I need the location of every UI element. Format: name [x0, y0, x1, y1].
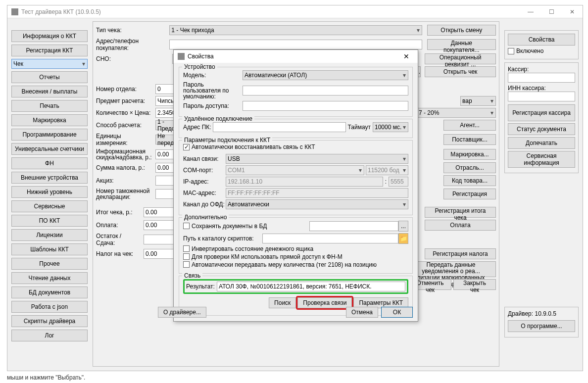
summa-naloga-label: Сумма налога, р.: — [96, 164, 153, 171]
nav-item-12[interactable]: Сервисные — [11, 200, 88, 212]
dialog-icon — [178, 53, 185, 60]
baud-select: 115200 бод — [366, 165, 408, 175]
goods-code-button[interactable]: Код товара... — [443, 175, 496, 186]
check-connection-button[interactable]: Проверка связи — [297, 297, 352, 308]
oplata-label: Оплата: — [96, 222, 142, 229]
buyer-data-button[interactable]: Данные покупателя... — [427, 39, 496, 50]
marking-button[interactable]: Маркировка... — [443, 149, 496, 160]
sposob-label: Способ расчета: — [96, 122, 153, 129]
ofd-select[interactable]: Автоматически — [226, 199, 408, 209]
nav-item-2[interactable]: Чек — [11, 59, 88, 69]
reg-nalog-button[interactable]: Регистрация налога — [425, 248, 496, 259]
com-select: COM1 — [226, 165, 364, 175]
ip-label: IP-адрес: — [183, 178, 226, 185]
open-smena-button[interactable]: Открыть смену — [427, 25, 496, 36]
close-check-button[interactable]: Закрыть чек — [453, 279, 496, 290]
mac-label: МАС-адрес: — [183, 190, 226, 196]
nav-item-1[interactable]: Регистрация ККТ — [11, 45, 88, 56]
driver-version: 10.9.0.5 — [535, 310, 556, 317]
doc-status-button[interactable]: Статус документа — [508, 123, 575, 135]
industry-button[interactable]: Отрасль... — [443, 162, 496, 173]
save-db-checkbox[interactable]: Сохранять документы в БД — [183, 223, 267, 230]
nav-item-13[interactable]: ПО ККТ — [11, 215, 88, 227]
send-marked-data-button[interactable]: Передать данные уведомления о реа... лиз… — [406, 261, 496, 277]
nav-item-4[interactable]: Внесения / выплаты — [11, 86, 88, 97]
script-path-input[interactable] — [262, 234, 398, 243]
device-group: Устройство Модель:Автоматически (АТОЛ) П… — [179, 67, 413, 117]
nav-item-8[interactable]: Универсальные счетчики — [11, 143, 88, 155]
connection-params-group: Параметры подключения к ККТ ✓Автоматичес… — [179, 140, 413, 215]
pwd-access-input[interactable] — [243, 101, 408, 111]
nav-item-10[interactable]: Внешние устройства — [11, 172, 88, 184]
enabled-checkbox[interactable]: Включено — [508, 48, 543, 54]
cashier-input[interactable] — [508, 73, 575, 83]
db-browse-button[interactable]: ... — [398, 221, 408, 232]
invert-checkbox[interactable]: Инвертировать состояние денежного ящика — [183, 245, 408, 252]
supplier-button[interactable]: Поставщик... — [443, 134, 496, 145]
auto-restore-checkbox[interactable]: ✓Автоматически восстанавливать связь с К… — [183, 144, 315, 150]
nav-item-17[interactable]: Чтение данных — [11, 272, 88, 284]
kanal-select[interactable]: USB — [226, 154, 408, 164]
dialog-cancel-button[interactable]: Отмена — [346, 307, 378, 318]
left-nav: Информация о ККТРегистрация ККТЧекОтчеты… — [11, 30, 88, 344]
model-select[interactable]: Автоматически (АТОЛ) — [243, 70, 408, 80]
reg-itog-button[interactable]: Регистрация итога чека — [425, 207, 496, 218]
nav-item-19[interactable]: Работа с json — [11, 301, 88, 313]
minimize-button[interactable]: — — [520, 5, 541, 18]
cashier-label: Кассир: — [508, 66, 529, 73]
nav-item-18[interactable]: БД документов — [11, 287, 88, 298]
model-label: Модель: — [183, 72, 243, 79]
pct-select[interactable]: 7 - 20% — [417, 108, 496, 118]
mac-input: FF:FF:FF:FF:FF:FF — [226, 188, 408, 198]
nav-item-3[interactable]: Отчеты — [11, 71, 88, 83]
nav-item-15[interactable]: Шаблоны ККТ — [11, 243, 88, 255]
dialog-close-button[interactable]: ✕ — [399, 52, 414, 60]
script-path-label: Путь к каталогу скриптов: — [183, 235, 262, 242]
db-path-input[interactable] — [309, 221, 398, 231]
oplata-button[interactable]: Оплата — [425, 220, 496, 231]
address-input[interactable] — [169, 40, 422, 49]
about-driver-button[interactable]: О драйвере... — [158, 307, 206, 318]
addr-pk-input[interactable] — [213, 122, 346, 132]
search-button[interactable]: Поиск — [269, 297, 296, 308]
timeout-select[interactable]: 10000 мс. — [373, 122, 408, 132]
reg-cashier-button[interactable]: Регистрация кассира — [508, 104, 575, 121]
timeout-label: Таймаут — [348, 124, 371, 131]
nav-item-16[interactable]: Прочее — [11, 258, 88, 270]
nav-item-9[interactable]: ФН — [11, 157, 88, 169]
close-button[interactable]: ✕ — [562, 5, 583, 18]
var-select[interactable]: вар — [460, 96, 496, 106]
about-button[interactable]: О программе... — [508, 320, 575, 332]
dialog-ok-button[interactable]: ОК — [381, 307, 413, 318]
nav-item-20[interactable]: Скрипты драйвера — [11, 315, 88, 327]
maximize-button[interactable]: ☐ — [541, 5, 562, 18]
check-km-checkbox[interactable]: Для проверки КМ использовать прямой дост… — [183, 253, 408, 260]
nav-item-6[interactable]: Маркировка — [11, 114, 88, 126]
nav-item-14[interactable]: Лицензии — [11, 229, 88, 241]
connection-params-legend: Параметры подключения к ККТ — [182, 137, 272, 144]
inn-input[interactable] — [508, 92, 575, 101]
nav-item-5[interactable]: Печать — [11, 100, 88, 112]
connection-legend: Связь — [182, 272, 202, 279]
folder-icon[interactable]: 📁 — [398, 233, 408, 244]
result-highlight: Результат: АТОЛ 30Ф, №00106122191861, ве… — [183, 279, 408, 294]
tip-cheka-select[interactable]: 1 - Чек прихода — [169, 25, 422, 35]
nav-item-7[interactable]: Программирование — [11, 129, 88, 141]
nav-item-21[interactable]: Лог — [11, 330, 88, 341]
auto-qty-checkbox[interactable]: Автоматически передавать меру количества… — [183, 261, 408, 268]
ofd-label: Канал до ОФД: — [183, 201, 226, 208]
pwd-user-input[interactable] — [243, 86, 408, 96]
inn-label: ИНН кассира: — [508, 85, 546, 92]
registration-button[interactable]: Регистрация — [443, 189, 496, 199]
properties-button[interactable]: Свойства — [508, 34, 575, 46]
agent-button[interactable]: Агент... — [443, 120, 496, 131]
nav-item-0[interactable]: Информация о ККТ — [11, 30, 88, 42]
open-check-button[interactable]: Открыть чек — [425, 66, 496, 77]
reprint-button[interactable]: Допечатать — [508, 137, 575, 149]
service-info-button[interactable]: Сервисная информация — [508, 151, 575, 168]
tip-cheka-label: Тип чека: — [96, 27, 167, 34]
op-req-button[interactable]: Операционный реквизит ... — [425, 53, 496, 64]
window-title: Тест драйвера ККТ (10.9.0.5) — [21, 8, 579, 15]
ed-izm-label: Единицы измерения: — [96, 133, 153, 146]
nav-item-11[interactable]: Нижний уровень — [11, 186, 88, 198]
